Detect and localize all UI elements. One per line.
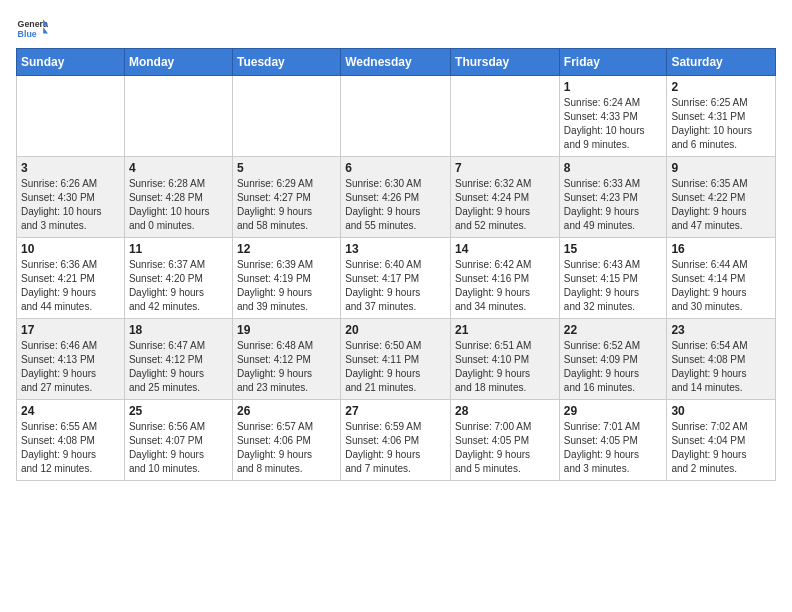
day-info: Sunrise: 6:56 AM Sunset: 4:07 PM Dayligh… [129,420,228,476]
calendar-cell [124,76,232,157]
weekday-header-tuesday: Tuesday [232,49,340,76]
calendar-cell: 6Sunrise: 6:30 AM Sunset: 4:26 PM Daylig… [341,157,451,238]
calendar-cell: 22Sunrise: 6:52 AM Sunset: 4:09 PM Dayli… [559,319,667,400]
weekday-header-friday: Friday [559,49,667,76]
day-info: Sunrise: 6:55 AM Sunset: 4:08 PM Dayligh… [21,420,120,476]
day-info: Sunrise: 6:57 AM Sunset: 4:06 PM Dayligh… [237,420,336,476]
day-number: 16 [671,242,771,256]
day-number: 24 [21,404,120,418]
day-info: Sunrise: 6:48 AM Sunset: 4:12 PM Dayligh… [237,339,336,395]
calendar-cell: 30Sunrise: 7:02 AM Sunset: 4:04 PM Dayli… [667,400,776,481]
day-number: 3 [21,161,120,175]
calendar-table: SundayMondayTuesdayWednesdayThursdayFrid… [16,48,776,481]
day-number: 13 [345,242,446,256]
day-number: 21 [455,323,555,337]
day-number: 29 [564,404,663,418]
calendar-cell: 23Sunrise: 6:54 AM Sunset: 4:08 PM Dayli… [667,319,776,400]
day-info: Sunrise: 6:44 AM Sunset: 4:14 PM Dayligh… [671,258,771,314]
day-number: 26 [237,404,336,418]
day-info: Sunrise: 6:46 AM Sunset: 4:13 PM Dayligh… [21,339,120,395]
day-number: 15 [564,242,663,256]
calendar-cell: 13Sunrise: 6:40 AM Sunset: 4:17 PM Dayli… [341,238,451,319]
day-number: 2 [671,80,771,94]
day-number: 28 [455,404,555,418]
day-info: Sunrise: 6:51 AM Sunset: 4:10 PM Dayligh… [455,339,555,395]
day-info: Sunrise: 6:33 AM Sunset: 4:23 PM Dayligh… [564,177,663,233]
calendar-cell [451,76,560,157]
calendar-cell: 16Sunrise: 6:44 AM Sunset: 4:14 PM Dayli… [667,238,776,319]
calendar-cell: 18Sunrise: 6:47 AM Sunset: 4:12 PM Dayli… [124,319,232,400]
calendar-cell: 19Sunrise: 6:48 AM Sunset: 4:12 PM Dayli… [232,319,340,400]
calendar-cell: 4Sunrise: 6:28 AM Sunset: 4:28 PM Daylig… [124,157,232,238]
day-info: Sunrise: 6:50 AM Sunset: 4:11 PM Dayligh… [345,339,446,395]
day-info: Sunrise: 6:39 AM Sunset: 4:19 PM Dayligh… [237,258,336,314]
calendar-cell: 26Sunrise: 6:57 AM Sunset: 4:06 PM Dayli… [232,400,340,481]
calendar-cell: 9Sunrise: 6:35 AM Sunset: 4:22 PM Daylig… [667,157,776,238]
day-info: Sunrise: 6:35 AM Sunset: 4:22 PM Dayligh… [671,177,771,233]
calendar-cell: 28Sunrise: 7:00 AM Sunset: 4:05 PM Dayli… [451,400,560,481]
calendar-cell: 15Sunrise: 6:43 AM Sunset: 4:15 PM Dayli… [559,238,667,319]
day-number: 11 [129,242,228,256]
day-info: Sunrise: 6:59 AM Sunset: 4:06 PM Dayligh… [345,420,446,476]
day-number: 27 [345,404,446,418]
day-info: Sunrise: 7:01 AM Sunset: 4:05 PM Dayligh… [564,420,663,476]
calendar-cell: 14Sunrise: 6:42 AM Sunset: 4:16 PM Dayli… [451,238,560,319]
day-number: 19 [237,323,336,337]
day-number: 23 [671,323,771,337]
calendar-cell: 29Sunrise: 7:01 AM Sunset: 4:05 PM Dayli… [559,400,667,481]
day-number: 8 [564,161,663,175]
calendar-cell: 3Sunrise: 6:26 AM Sunset: 4:30 PM Daylig… [17,157,125,238]
day-info: Sunrise: 6:25 AM Sunset: 4:31 PM Dayligh… [671,96,771,152]
day-number: 25 [129,404,228,418]
weekday-header-wednesday: Wednesday [341,49,451,76]
day-info: Sunrise: 6:37 AM Sunset: 4:20 PM Dayligh… [129,258,228,314]
day-number: 4 [129,161,228,175]
day-info: Sunrise: 6:42 AM Sunset: 4:16 PM Dayligh… [455,258,555,314]
logo: General Blue [16,16,48,40]
calendar-cell [232,76,340,157]
day-info: Sunrise: 7:00 AM Sunset: 4:05 PM Dayligh… [455,420,555,476]
weekday-header-thursday: Thursday [451,49,560,76]
day-info: Sunrise: 6:24 AM Sunset: 4:33 PM Dayligh… [564,96,663,152]
day-info: Sunrise: 6:30 AM Sunset: 4:26 PM Dayligh… [345,177,446,233]
day-number: 6 [345,161,446,175]
calendar-cell: 27Sunrise: 6:59 AM Sunset: 4:06 PM Dayli… [341,400,451,481]
calendar-cell: 20Sunrise: 6:50 AM Sunset: 4:11 PM Dayli… [341,319,451,400]
calendar-cell: 1Sunrise: 6:24 AM Sunset: 4:33 PM Daylig… [559,76,667,157]
day-number: 20 [345,323,446,337]
day-number: 30 [671,404,771,418]
logo-icon: General Blue [16,16,48,40]
calendar-cell: 25Sunrise: 6:56 AM Sunset: 4:07 PM Dayli… [124,400,232,481]
day-number: 12 [237,242,336,256]
calendar-cell [341,76,451,157]
calendar-cell: 5Sunrise: 6:29 AM Sunset: 4:27 PM Daylig… [232,157,340,238]
day-number: 17 [21,323,120,337]
weekday-header-monday: Monday [124,49,232,76]
day-info: Sunrise: 6:40 AM Sunset: 4:17 PM Dayligh… [345,258,446,314]
weekday-header-saturday: Saturday [667,49,776,76]
calendar-cell: 11Sunrise: 6:37 AM Sunset: 4:20 PM Dayli… [124,238,232,319]
day-number: 18 [129,323,228,337]
day-info: Sunrise: 6:54 AM Sunset: 4:08 PM Dayligh… [671,339,771,395]
day-info: Sunrise: 6:43 AM Sunset: 4:15 PM Dayligh… [564,258,663,314]
day-info: Sunrise: 6:52 AM Sunset: 4:09 PM Dayligh… [564,339,663,395]
calendar-cell: 8Sunrise: 6:33 AM Sunset: 4:23 PM Daylig… [559,157,667,238]
day-number: 7 [455,161,555,175]
calendar-cell: 17Sunrise: 6:46 AM Sunset: 4:13 PM Dayli… [17,319,125,400]
calendar-cell: 2Sunrise: 6:25 AM Sunset: 4:31 PM Daylig… [667,76,776,157]
day-info: Sunrise: 6:36 AM Sunset: 4:21 PM Dayligh… [21,258,120,314]
day-info: Sunrise: 6:26 AM Sunset: 4:30 PM Dayligh… [21,177,120,233]
day-number: 22 [564,323,663,337]
calendar-cell: 12Sunrise: 6:39 AM Sunset: 4:19 PM Dayli… [232,238,340,319]
svg-text:Blue: Blue [18,29,37,39]
header: General Blue [16,16,776,40]
day-number: 9 [671,161,771,175]
day-info: Sunrise: 6:32 AM Sunset: 4:24 PM Dayligh… [455,177,555,233]
weekday-header-sunday: Sunday [17,49,125,76]
calendar-cell: 10Sunrise: 6:36 AM Sunset: 4:21 PM Dayli… [17,238,125,319]
calendar-cell [17,76,125,157]
day-number: 14 [455,242,555,256]
day-number: 5 [237,161,336,175]
calendar-cell: 7Sunrise: 6:32 AM Sunset: 4:24 PM Daylig… [451,157,560,238]
day-info: Sunrise: 7:02 AM Sunset: 4:04 PM Dayligh… [671,420,771,476]
